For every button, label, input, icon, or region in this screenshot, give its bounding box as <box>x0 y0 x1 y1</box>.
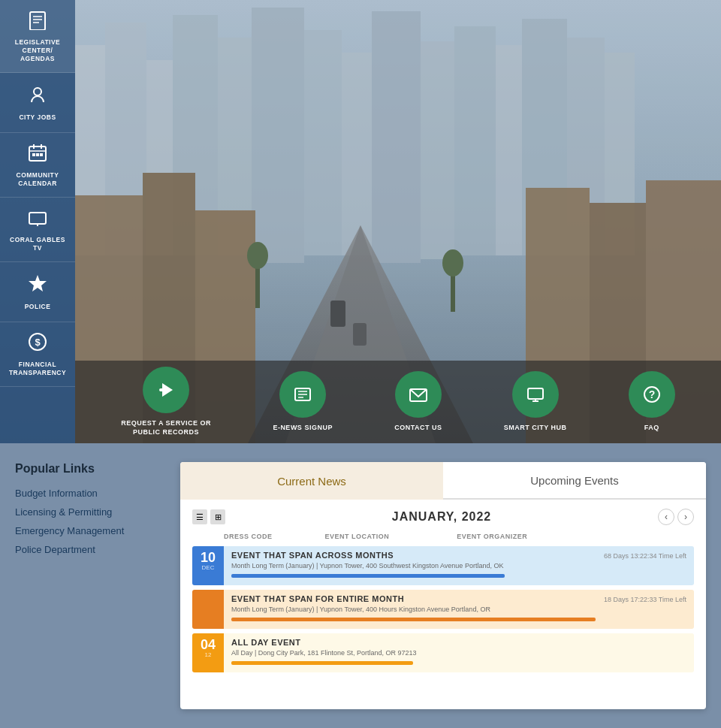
link-emergency[interactable]: Emergency Management <box>15 525 165 536</box>
event-row-3[interactable]: 04 12 ALL DAY EVENT All Day | Dong City … <box>192 633 694 672</box>
event-date-num-1: 10 <box>201 551 216 564</box>
cal-next[interactable]: › <box>677 509 694 525</box>
link-police[interactable]: Police Department <box>15 544 165 555</box>
contact-circle <box>395 371 442 418</box>
faq-circle: ? <box>629 371 675 418</box>
event-details-1: Month Long Term (January) | Yupnon Tower… <box>231 562 686 569</box>
svg-rect-40 <box>32 153 35 156</box>
event-row-1[interactable]: 10 DEC EVENT THAT SPAN ACROSS MONTHS 68 … <box>192 546 694 585</box>
event-body-2: EVENT THAT SPAN FOR ENTIRE MONTH 18 Days… <box>224 590 694 629</box>
sidebar: LEGISLATIVE CENTER/ AGENDAS CITY JOBS CO… <box>0 0 75 443</box>
news-tabs: Current News Upcoming Events <box>180 462 706 500</box>
sidebar-item-calendar[interactable]: COMMUNITY CALENDAR <box>0 133 75 198</box>
action-label-request: REQUEST A SERVICE OR PUBLIC RECORDS <box>121 419 211 436</box>
cal-prev[interactable]: ‹ <box>658 509 674 525</box>
calendar-nav: ☰ ⊞ JANUARY, 2022 ‹ › <box>192 509 694 525</box>
request-circle <box>143 367 189 413</box>
svg-rect-41 <box>36 153 39 156</box>
svg-rect-50 <box>159 388 167 391</box>
action-bar: REQUEST A SERVICE OR PUBLIC RECORDS E-NE… <box>75 361 721 443</box>
tv-icon <box>27 207 48 232</box>
sidebar-item-financial[interactable]: $ FINANCIAL TRANSPARENCY <box>0 322 75 387</box>
sidebar-item-city-jobs[interactable]: CITY JOBS <box>0 73 75 133</box>
event-row-2[interactable]: EVENT THAT SPAN FOR ENTIRE MONTH 18 Days… <box>192 590 694 629</box>
calendar-column-headers: DRESS CODE EVENT LOCATION EVENT ORGANIZE… <box>192 533 694 540</box>
col-event-organizer: EVENT ORGANIZER <box>457 533 527 540</box>
event-date-num-3: 04 <box>201 638 216 651</box>
event-title-3: ALL DAY EVENT <box>231 638 301 647</box>
svg-rect-31 <box>30 12 45 30</box>
event-progress-1 <box>231 574 505 578</box>
event-timer-1: 68 Days 13:22:34 Time Left <box>604 552 686 560</box>
news-panel: Current News Upcoming Events ☰ ⊞ JANUARY… <box>180 462 706 709</box>
sidebar-label-financial: FINANCIAL TRANSPARENCY <box>5 361 71 377</box>
sidebar-label-police: POLICE <box>25 303 51 311</box>
sidebar-label-calendar: COMMUNITY CALENDAR <box>5 171 71 188</box>
event-body-3: ALL DAY EVENT All Day | Dong City Park, … <box>224 633 694 672</box>
sidebar-label-legislative: LEGISLATIVE CENTER/ AGENDAS <box>5 38 71 63</box>
event-title-1: EVENT THAT SPAN ACROSS MONTHS <box>231 551 394 560</box>
city-jobs-icon <box>27 84 48 110</box>
event-date-sub-1: DEC <box>202 564 215 571</box>
cal-view-icons: ☰ ⊞ <box>192 509 225 524</box>
financial-icon: $ <box>27 331 48 357</box>
action-enews[interactable]: E-NEWS SIGNUP <box>273 371 333 433</box>
action-label-enews: E-NEWS SIGNUP <box>273 424 333 433</box>
event-date-box-2 <box>192 590 224 629</box>
tab-current-news[interactable]: Current News <box>180 462 443 500</box>
enews-circle <box>279 371 326 418</box>
calendar-content: ☰ ⊞ JANUARY, 2022 ‹ › DRESS CODE EVENT L… <box>180 500 706 686</box>
cal-grid-view[interactable]: ⊞ <box>210 509 225 524</box>
calendar-icon <box>27 142 48 168</box>
action-faq[interactable]: ? FAQ <box>629 371 675 433</box>
tab-upcoming-events[interactable]: Upcoming Events <box>443 462 706 500</box>
sidebar-item-police[interactable]: POLICE <box>0 262 75 322</box>
event-date-box-1: 10 DEC <box>192 546 224 585</box>
bottom-section: Popular Links Budget Information Licensi… <box>0 443 721 728</box>
link-budget[interactable]: Budget Information <box>15 488 165 499</box>
svg-point-35 <box>34 88 41 95</box>
svg-rect-43 <box>29 213 46 224</box>
action-label-smartcity: SMART CITY HUB <box>504 424 567 433</box>
svg-text:?: ? <box>649 388 656 400</box>
popular-links-panel: Popular Links Budget Information Licensi… <box>15 462 165 709</box>
col-event-location: EVENT LOCATION <box>325 533 390 540</box>
cal-navigation: ‹ › <box>658 509 694 525</box>
smartcity-circle <box>512 371 559 418</box>
link-licensing[interactable]: Licensing & Permitting <box>15 506 165 518</box>
event-progress-3 <box>231 661 413 665</box>
calendar-title: JANUARY, 2022 <box>392 510 491 524</box>
svg-text:$: $ <box>35 337 41 348</box>
police-icon <box>27 273 48 299</box>
event-details-3: All Day | Dong City Park, 181 Flintone S… <box>231 649 686 657</box>
action-label-faq: FAQ <box>644 424 659 433</box>
hero-section: LEGISLATIVE CENTER/ AGENDAS CITY JOBS CO… <box>0 0 721 443</box>
col-dress-code: DRESS CODE <box>224 533 273 540</box>
action-request[interactable]: REQUEST A SERVICE OR PUBLIC RECORDS <box>121 367 211 436</box>
action-contact[interactable]: CONTACT US <box>394 371 442 433</box>
event-title-2: EVENT THAT SPAN FOR ENTIRE MONTH <box>231 594 404 603</box>
legislative-icon <box>27 9 48 35</box>
action-smartcity[interactable]: SMART CITY HUB <box>504 371 567 433</box>
svg-marker-46 <box>29 275 47 292</box>
sidebar-label-tv: CORAL GABLES TV <box>5 236 71 252</box>
event-details-2: Month Long Term (January) | Yupnon Tower… <box>231 606 686 613</box>
event-body-1: EVENT THAT SPAN ACROSS MONTHS 68 Days 13… <box>224 546 694 585</box>
event-progress-2 <box>231 618 596 621</box>
sidebar-item-legislative[interactable]: LEGISLATIVE CENTER/ AGENDAS <box>0 0 75 73</box>
action-label-contact: CONTACT US <box>394 424 442 433</box>
event-date-box-3: 04 12 <box>192 633 224 672</box>
popular-links-title: Popular Links <box>15 462 165 476</box>
sidebar-label-city-jobs: CITY JOBS <box>19 113 56 122</box>
svg-rect-42 <box>40 153 43 156</box>
cal-list-view[interactable]: ☰ <box>192 509 207 524</box>
event-timer-2: 18 Days 17:22:33 Time Left <box>604 596 686 603</box>
sidebar-item-tv[interactable]: CORAL GABLES TV <box>0 198 75 262</box>
svg-rect-56 <box>528 388 543 399</box>
event-date-sub-3: 12 <box>205 651 212 658</box>
